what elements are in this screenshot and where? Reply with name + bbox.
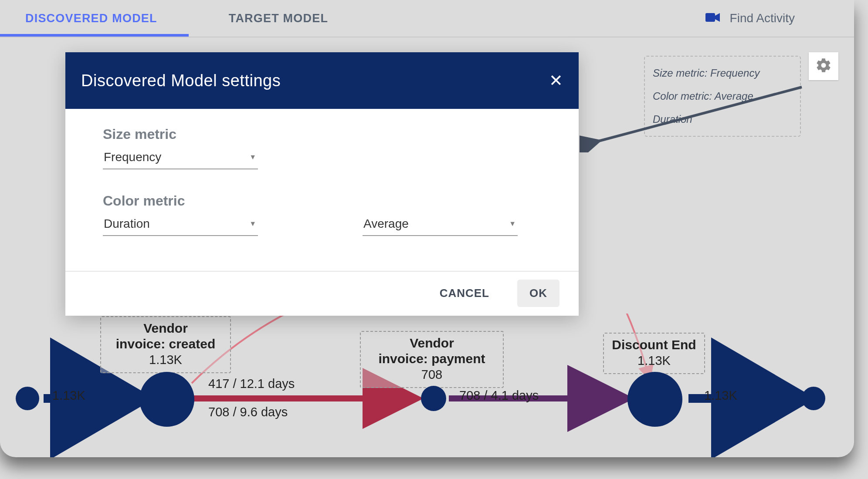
node-vendor-invoice-payment-circle[interactable] bbox=[421, 386, 446, 411]
node-discount-end[interactable]: Discount End 1.13K bbox=[603, 333, 705, 374]
size-metric-label: Size metric bbox=[103, 126, 541, 142]
tabs: DISCOVERED MODEL TARGET MODEL bbox=[16, 1, 338, 36]
legend-size-line: Size metric: Frequency bbox=[653, 62, 792, 85]
node-title: Vendor invoice: payment bbox=[369, 335, 495, 367]
modal-title: Discovered Model settings bbox=[81, 71, 281, 90]
color-metric-value: Duration bbox=[104, 217, 150, 231]
start-node[interactable] bbox=[16, 387, 39, 410]
svg-rect-0 bbox=[705, 13, 715, 22]
node-count: 1.13K bbox=[109, 353, 222, 367]
caret-down-icon: ▼ bbox=[249, 220, 256, 228]
color-aggregation-select[interactable]: Average ▼ bbox=[363, 213, 518, 236]
color-aggregation-value: Average bbox=[363, 217, 409, 231]
edge-label-created-payment-top: 417 / 12.1 days bbox=[208, 377, 295, 391]
tab-target-model[interactable]: TARGET MODEL bbox=[219, 1, 338, 36]
camera-icon bbox=[705, 12, 720, 24]
end-node[interactable] bbox=[802, 387, 825, 410]
tab-discovered-model[interactable]: DISCOVERED MODEL bbox=[16, 1, 167, 36]
metrics-legend: Size metric: Frequency Color metric: Ave… bbox=[644, 56, 801, 137]
node-title: Discount End bbox=[612, 337, 696, 353]
find-activity-link[interactable]: Find Activity bbox=[730, 11, 838, 25]
settings-gear-button[interactable] bbox=[809, 52, 838, 80]
edge-label-created-payment-bottom: 708 / 9.6 days bbox=[208, 405, 288, 419]
node-vendor-invoice-payment[interactable]: Vendor invoice: payment 708 bbox=[360, 331, 504, 388]
color-metric-group: Color metric Duration ▼ Average ▼ bbox=[103, 193, 541, 236]
topbar-right: Find Activity bbox=[705, 11, 838, 25]
caret-down-icon: ▼ bbox=[249, 153, 256, 161]
legend-color-line: Color metric: Average Duration bbox=[653, 85, 792, 131]
size-metric-group: Size metric Frequency ▼ bbox=[103, 126, 541, 169]
color-metric-select[interactable]: Duration ▼ bbox=[103, 213, 258, 236]
node-title: Vendor invoice: created bbox=[109, 320, 222, 352]
node-discount-end-circle[interactable] bbox=[627, 372, 682, 427]
node-vendor-invoice-created[interactable]: Vendor invoice: created 1.13K bbox=[100, 316, 231, 373]
color-metric-label: Color metric bbox=[103, 193, 541, 209]
size-metric-select[interactable]: Frequency ▼ bbox=[103, 147, 258, 169]
node-count: 708 bbox=[369, 368, 495, 382]
gear-icon bbox=[815, 57, 832, 75]
modal-body: Size metric Frequency ▼ Color metric Dur… bbox=[65, 109, 579, 271]
cancel-button[interactable]: CANCEL bbox=[427, 280, 502, 307]
settings-modal: Discovered Model settings ✕ Size metric … bbox=[65, 52, 579, 316]
ok-button[interactable]: OK bbox=[517, 280, 559, 307]
node-vendor-invoice-created-circle[interactable] bbox=[139, 372, 194, 427]
modal-footer: CANCEL OK bbox=[65, 271, 579, 316]
modal-close-button[interactable]: ✕ bbox=[549, 72, 563, 89]
process-diagram: 1.13K Vendor invoice: created 1.13K 417 … bbox=[9, 314, 845, 457]
modal-header: Discovered Model settings ✕ bbox=[65, 52, 579, 109]
end-edge-label: 1.13K bbox=[704, 388, 737, 403]
node-count: 1.13K bbox=[612, 354, 696, 368]
size-metric-value: Frequency bbox=[104, 150, 161, 164]
start-edge-label: 1.13K bbox=[52, 388, 85, 403]
caret-down-icon: ▼ bbox=[509, 220, 516, 228]
topbar: DISCOVERED MODEL TARGET MODEL Find Activ… bbox=[0, 0, 854, 37]
edge-label-payment-discount: 708 / 4.1 days bbox=[459, 388, 539, 403]
close-icon: ✕ bbox=[549, 71, 563, 90]
